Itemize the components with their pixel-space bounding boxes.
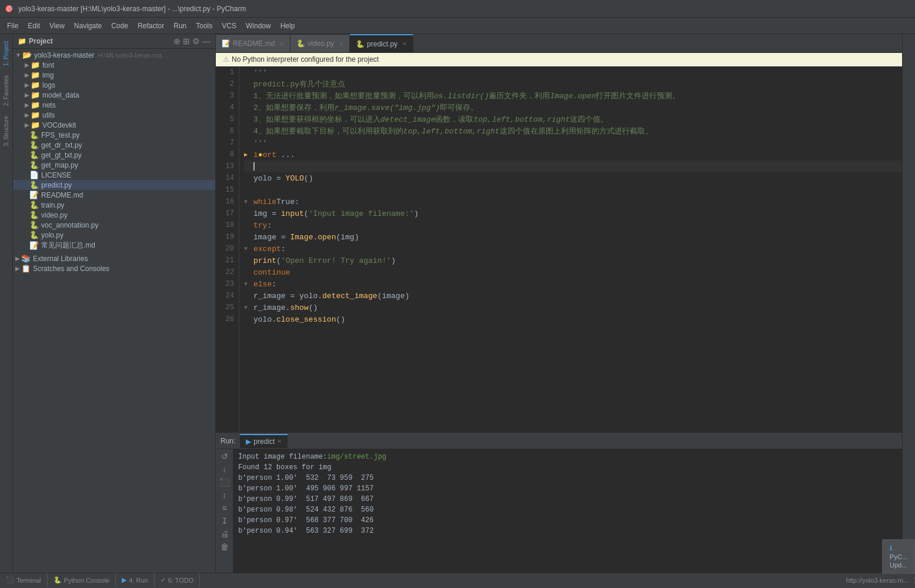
tab-icon-readme: 📝 [222, 39, 231, 48]
menu-item-run[interactable]: Run [169, 19, 191, 32]
file-label-fps-test: FPS_test.py [41, 131, 79, 139]
fold-icon-25[interactable]: ▼ [244, 305, 253, 311]
code-line-19: image = Image.open(img) [244, 231, 902, 243]
soft-wrap-icon[interactable]: ≡ [222, 503, 226, 513]
tree-item-img[interactable]: ▶ 📁 img [13, 70, 215, 80]
status-run[interactable]: ▶ 4: Run [116, 573, 154, 587]
expand-icon[interactable]: ⊞ [183, 36, 190, 46]
tree-item-get-dr[interactable]: 🐍 get_dr_txt.py [13, 140, 215, 150]
scroll-down-icon[interactable]: ↓ [222, 465, 226, 474]
tab-close-readme[interactable]: ✕ [279, 41, 284, 47]
bottom-tab-bar: Run: ▶ predict ✕ [216, 433, 902, 449]
rerun-icon[interactable]: ↺ [221, 452, 228, 461]
bottom-panel: Run: ▶ predict ✕ ↺ ↓ ⬛ ↕ ≡ ↧ 🖨 🗑 [216, 432, 902, 573]
folder-icon-model-data: 📁 [31, 91, 40, 99]
menu-item-code[interactable]: Code [106, 19, 133, 32]
fold-icon-20[interactable]: ▼ [244, 246, 253, 252]
fold-icon-8[interactable]: ▶ [244, 151, 253, 158]
tree-item-external-libs[interactable]: ▶ 📚 External Libraries [13, 253, 215, 263]
tree-item-nets[interactable]: ▶ 📁 nets [13, 100, 215, 110]
code-line-1: ''' [244, 66, 902, 78]
code-text-25: r_image.show() [253, 303, 318, 312]
clear-icon[interactable]: 🗑 [221, 542, 229, 552]
settings-icon[interactable]: ⚙ [192, 36, 200, 46]
fold-icon-16[interactable]: ▼ [244, 199, 253, 205]
menu-item-window[interactable]: Window [241, 19, 276, 32]
menu-item-vcs[interactable]: VCS [217, 19, 241, 32]
tab-close-video[interactable]: ✕ [339, 41, 343, 47]
file-icon-license: 📄 [29, 171, 39, 179]
tree-item-video[interactable]: 🐍 video.py [13, 210, 215, 220]
md-icon-faq: 📝 [29, 241, 39, 250]
tree-item-faq[interactable]: 📝 常见问题汇总.md [13, 240, 215, 251]
tree-item-voc-annotation[interactable]: 🐍 voc_annotation.py [13, 220, 215, 230]
tree-item-utils[interactable]: ▶ 📁 utils [13, 110, 215, 120]
tab-close-predict[interactable]: ✕ [402, 41, 407, 47]
code-line-8: ▶ i●ort ... [244, 149, 902, 161]
folder-label-font: font [42, 61, 54, 69]
strip-tab-project[interactable]: 1: Project [2, 36, 11, 71]
tree-item-vocdevkit[interactable]: ▶ 📁 VOCdevkit [13, 120, 215, 130]
tree-item-get-map[interactable]: 🐍 get_map.py [13, 160, 215, 170]
run-output[interactable]: Input image filename:img/street.jpg Foun… [233, 449, 902, 573]
code-editor[interactable]: 1 2 3 4 5 6 7 8 13 14 15 16 17 18 19 20 … [216, 66, 902, 432]
tree-item-yolo[interactable]: 🐍 yolo.py [13, 230, 215, 240]
menu-item-refactor[interactable]: Refactor [133, 19, 169, 32]
tree-item-train[interactable]: 🐍 train.py [13, 200, 215, 210]
tab-video[interactable]: 🐍 video.py ✕ [290, 34, 350, 52]
code-text-21: print('Open Error! Try again!') [253, 256, 396, 265]
tree-item-model-data[interactable]: ▶ 📁 model_data [13, 90, 215, 100]
menu-item-edit[interactable]: Edit [23, 19, 45, 32]
tree-item-license[interactable]: 📄 LICENSE [13, 170, 215, 180]
linenum-2: 2 [221, 78, 234, 90]
strip-tab-structure[interactable]: 3: Structure [2, 111, 11, 151]
tree-item-fps-test[interactable]: 🐍 FPS_test.py [13, 130, 215, 140]
locate-icon[interactable]: ⊕ [173, 36, 181, 46]
menu-item-file[interactable]: File [2, 19, 23, 32]
folder-label-vocdevkit: VOCdevkit [42, 121, 76, 129]
external-libs-label: External Libraries [33, 255, 88, 263]
print-icon[interactable]: 🖨 [221, 529, 229, 539]
expand-output-icon[interactable]: ↕ [222, 490, 226, 500]
menu-item-navigate[interactable]: Navigate [69, 19, 106, 32]
todo-label: 6: TODO [168, 577, 194, 584]
linenum-19: 19 [221, 231, 234, 243]
scroll-end-icon[interactable]: ↧ [221, 516, 228, 526]
menu-item-tools[interactable]: Tools [191, 19, 217, 32]
status-todo[interactable]: ✓ 6: TODO [155, 573, 201, 587]
file-label-get-dr: get_dr_txt.py [41, 141, 82, 149]
code-text-5: 3、如果想要获得框的坐标，可以进入detect_image函数，读取top,le… [253, 114, 608, 125]
tree-item-predict[interactable]: 🐍 predict.py [13, 180, 215, 190]
stop-icon[interactable]: ⬛ [219, 477, 229, 487]
code-line-17: img = input('Input image filename:') [244, 208, 902, 219]
code-content[interactable]: ''' predict.py有几个注意点 1、无法进行批量预测，如果想要批量预测… [239, 66, 902, 432]
tree-item-get-gt[interactable]: 🐍 get_gt_txt.py [13, 150, 215, 160]
status-terminal[interactable]: ⬛ Terminal [0, 573, 48, 587]
tab-readme[interactable]: 📝 README.md ✕ [216, 34, 290, 52]
close-sidebar-icon[interactable]: — [202, 36, 211, 46]
tree-item-readme[interactable]: 📝 README.md [13, 190, 215, 200]
py-icon-train: 🐍 [29, 201, 39, 209]
bottom-tab-close-predict[interactable]: ✕ [277, 438, 282, 445]
window-title: yolo3-keras-master [H:\ML\yolo3-keras-ma… [18, 5, 246, 13]
tree-item-scratches[interactable]: ▶ 📋 Scratches and Consoles [13, 263, 215, 273]
tree-item-logs[interactable]: ▶ 📁 logs [13, 80, 215, 90]
file-label-get-gt: get_gt_txt.py [41, 151, 82, 159]
status-python-console[interactable]: 🐍 Python Console [48, 573, 116, 587]
folder-arrow-scratches: ▶ [15, 265, 20, 272]
tab-predict[interactable]: 🐍 predict.py ✕ [350, 34, 413, 52]
menu-item-view[interactable]: View [45, 19, 69, 32]
linenum-23: 23 [221, 278, 234, 290]
status-url[interactable]: http://yolo3-keras-m... [840, 577, 915, 584]
cursor [253, 162, 255, 171]
folder-icon-img: 📁 [31, 71, 40, 79]
tree-root[interactable]: ▼ 📂 yolo3-keras-master H:\ML\yolo3-keras… [13, 50, 215, 60]
menu-item-help[interactable]: Help [276, 19, 300, 32]
file-label-video: video.py [41, 211, 68, 219]
fold-icon-23[interactable]: ▼ [244, 281, 253, 288]
tree-item-font[interactable]: ▶ 📁 font [13, 60, 215, 70]
strip-tab-favorites[interactable]: 2: Favorites [2, 71, 11, 111]
linenum-18: 18 [221, 219, 234, 231]
bottom-tab-predict[interactable]: ▶ predict ✕ [240, 434, 288, 448]
code-line-3: 1、无法进行批量预测，如果想要批量预测，可以利用os.listdir()遍历文件… [244, 90, 902, 102]
